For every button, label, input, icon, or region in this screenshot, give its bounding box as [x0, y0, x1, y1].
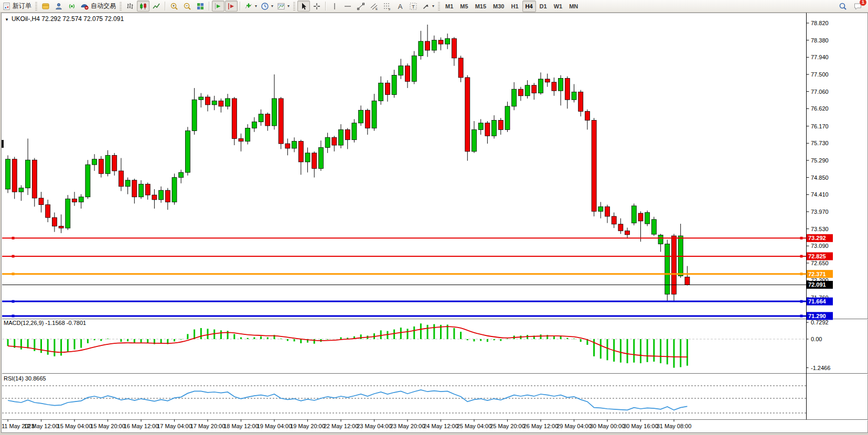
chevron-down-icon: ▾: [255, 4, 257, 8]
chart-title-text: UKOil-,H4 72.292 72.574 72.075 72.091: [12, 15, 124, 23]
timeframe-M1[interactable]: M1: [442, 1, 456, 12]
svg-text:29 May 04:00: 29 May 04:00: [556, 423, 592, 429]
svg-text:30 May 00:00: 30 May 00:00: [590, 423, 625, 429]
equidistant-channel-icon: E: [370, 2, 378, 10]
line-chart-type-button[interactable]: [150, 1, 163, 12]
chart-shift-button[interactable]: [225, 1, 238, 12]
profile-button[interactable]: [52, 1, 65, 12]
crosshair-tool-button[interactable]: [310, 1, 323, 12]
toolbar-grip: [120, 2, 122, 10]
horizontal-line-icon: [344, 2, 352, 10]
svg-text:72.825: 72.825: [808, 253, 826, 259]
svg-text:26 May 12:00: 26 May 12:00: [523, 423, 559, 429]
svg-text:15 May 04:00: 15 May 04:00: [57, 423, 92, 429]
svg-text:78.820: 78.820: [811, 20, 829, 26]
vertical-line-icon: [330, 2, 339, 10]
toolbar-separator: [325, 2, 326, 10]
auto-trading-icon: [80, 2, 89, 10]
arrows-tool-button[interactable]: ▾: [420, 1, 436, 12]
auto-trading-button[interactable]: 自动交易: [79, 1, 117, 12]
svg-text:72.371: 72.371: [808, 271, 826, 277]
cursor-tool-button[interactable]: [297, 1, 310, 12]
cursor-icon: [299, 2, 308, 10]
notifications-button[interactable]: 1: [851, 1, 864, 12]
toolbar-right-group: 1: [837, 1, 867, 12]
svg-text:15 May 20:00: 15 May 20:00: [90, 423, 125, 429]
text-label-tool-button[interactable]: T: [407, 1, 420, 12]
timeframe-H4[interactable]: H4: [522, 1, 536, 12]
chevron-down-icon: ▾: [287, 4, 290, 8]
svg-text:77.940: 77.940: [811, 54, 829, 60]
svg-text:0.7292: 0.7292: [811, 319, 829, 325]
fibonacci-tool-button[interactable]: F: [381, 1, 393, 12]
clock-icon: [261, 2, 269, 10]
macd-indicator-label: MACD(12,26,9) -1.1568 -0.7801: [4, 320, 86, 326]
svg-text:F: F: [389, 7, 391, 10]
chevron-down-icon: ▾: [271, 4, 273, 8]
timeframe-H1[interactable]: H1: [508, 1, 521, 12]
candlestick-chart-type-button[interactable]: [137, 1, 149, 12]
svg-text:72.650: 72.650: [811, 260, 829, 266]
new-order-button[interactable]: 新订单: [1, 1, 33, 12]
svg-text:16 May 12:00: 16 May 12:00: [124, 423, 159, 429]
one-click-caret-icon[interactable]: ▼: [5, 17, 9, 22]
svg-text:19 May 04:00: 19 May 04:00: [257, 423, 292, 429]
rsi-indicator-label: RSI(14) 30.8665: [4, 375, 46, 382]
timeframe-M15[interactable]: M15: [472, 1, 489, 12]
arrows-icon: [422, 2, 430, 10]
text-tool-button[interactable]: A: [394, 1, 406, 12]
svg-text:23 May 04:00: 23 May 04:00: [357, 423, 392, 429]
svg-text:-1.2466: -1.2466: [811, 365, 830, 371]
timeframe-M30[interactable]: M30: [490, 1, 507, 12]
svg-text:73.090: 73.090: [811, 243, 829, 249]
channel-tool-button[interactable]: E: [368, 1, 380, 12]
trendline-icon: [357, 2, 365, 10]
svg-text:E: E: [376, 7, 378, 10]
svg-text:75.290: 75.290: [811, 157, 829, 164]
crosshair-icon: [313, 2, 321, 10]
candlestick-chart-icon: [139, 2, 147, 10]
new-order-icon: [3, 2, 11, 10]
toolbar-grip: [293, 2, 295, 10]
svg-text:12 May 12:00: 12 May 12:00: [24, 423, 59, 429]
indicators-icon: [244, 2, 253, 10]
tile-windows-button[interactable]: [194, 1, 207, 12]
chart-canvas[interactable]: 78.82078.38077.94077.50077.06076.62076.1…: [0, 0, 868, 435]
timeframe-M5[interactable]: M5: [457, 1, 471, 12]
auto-scroll-icon: [214, 2, 222, 10]
chart-title: ▼UKOil-,H4 72.292 72.574 72.075 72.091: [5, 15, 124, 23]
zoom-out-button[interactable]: [181, 1, 194, 12]
svg-text:31 May 08:00: 31 May 08:00: [657, 423, 692, 429]
signal-button[interactable]: [66, 1, 78, 12]
bar-chart-type-button[interactable]: [124, 1, 136, 12]
vertical-line-tool-button[interactable]: [328, 1, 341, 12]
timeframe-D1[interactable]: D1: [537, 1, 550, 12]
svg-text:74.410: 74.410: [811, 191, 829, 198]
chevron-down-icon: ▾: [432, 4, 434, 8]
tile-windows-icon: [196, 2, 205, 10]
auto-trading-label: 自动交易: [91, 2, 116, 10]
svg-text:73.970: 73.970: [811, 209, 829, 215]
zoom-in-button[interactable]: [168, 1, 180, 12]
svg-text:72.091: 72.091: [808, 281, 826, 288]
periods-button[interactable]: ▾: [259, 1, 275, 12]
timeframe-MN[interactable]: MN: [566, 1, 581, 12]
svg-text:17 May 20:00: 17 May 20:00: [190, 423, 226, 429]
svg-text:78.380: 78.380: [811, 37, 829, 44]
indicators-button[interactable]: ▾: [243, 1, 259, 12]
bar-chart-icon: [126, 2, 134, 10]
svg-text:0.00: 0.00: [811, 336, 822, 342]
journal-icon: [41, 2, 50, 10]
timeframe-W1[interactable]: W1: [551, 1, 566, 12]
search-button[interactable]: [837, 1, 849, 12]
journal-button[interactable]: [39, 1, 52, 12]
auto-scroll-button[interactable]: [212, 1, 224, 12]
svg-text:25 May 04:00: 25 May 04:00: [457, 423, 492, 429]
toolbar-separator: [240, 2, 241, 10]
horizontal-line-tool-button[interactable]: [341, 1, 354, 12]
svg-text:17 May 04:00: 17 May 04:00: [157, 423, 192, 429]
trendline-tool-button[interactable]: [355, 1, 367, 12]
svg-text:24 May 12:00: 24 May 12:00: [423, 423, 458, 429]
templates-button[interactable]: ▾: [275, 1, 291, 12]
svg-text:30 May 16:00: 30 May 16:00: [623, 423, 658, 429]
